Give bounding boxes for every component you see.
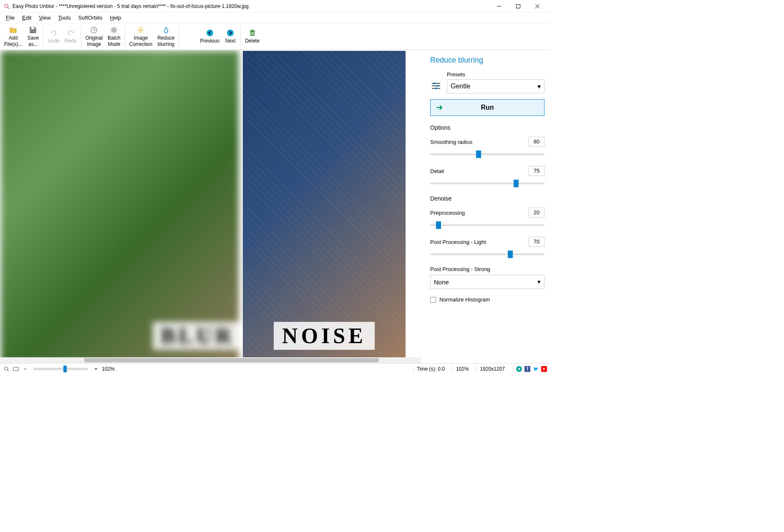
smoothing-value[interactable]: 80 — [529, 137, 545, 147]
svg-point-24 — [5, 367, 8, 370]
previous-button[interactable]: Previous — [198, 24, 222, 49]
postprocessing-light-label: Post Processing - Light — [430, 239, 486, 245]
chevron-down-icon: ▾ — [537, 83, 541, 90]
reduce-blurring-button[interactable]: Reduce blurring — [155, 24, 177, 49]
gear-icon — [110, 26, 118, 34]
menubar: File Edit View Tools SoftOrbits Help — [0, 13, 550, 23]
preprocessing-label: Preprocessing — [430, 210, 465, 216]
svg-point-9 — [139, 29, 142, 31]
menu-tools[interactable]: Tools — [55, 14, 74, 22]
toolbar: Add File(s)... Saveas... Undo Redo Origi… — [0, 23, 550, 50]
svg-point-10 — [207, 30, 213, 36]
svg-rect-13 — [250, 30, 255, 31]
add-files-button[interactable]: Add File(s)... — [2, 24, 25, 49]
brightness-icon — [136, 26, 145, 34]
normalize-histogram-checkbox[interactable]: Normalize Histogram — [430, 296, 545, 303]
previous-icon — [206, 29, 214, 37]
arrow-right-icon — [436, 103, 444, 112]
close-button[interactable] — [528, 0, 547, 13]
blur-label: BLUR — [153, 322, 239, 350]
postprocessing-strong-label: Post Processing - Strong — [430, 266, 545, 272]
softorbits-link-icon[interactable]: ● — [516, 366, 522, 372]
original-image-button[interactable]: Original Image — [83, 24, 105, 49]
noise-label: NOISE — [274, 322, 375, 350]
menu-softorbits[interactable]: SoftOrbits — [75, 14, 106, 22]
redo-icon — [66, 29, 75, 37]
app-icon — [3, 3, 10, 10]
svg-point-8 — [113, 29, 115, 31]
zoom-percent: 102% — [102, 366, 115, 372]
processing-time: Time (s): 0.0 — [413, 366, 448, 372]
svg-line-25 — [8, 370, 9, 371]
next-icon — [226, 29, 234, 37]
denoise-label: Denoise — [430, 195, 545, 202]
next-button[interactable]: Next — [222, 24, 239, 49]
image-dimensions: 1920x1207 — [476, 366, 508, 372]
undo-icon — [50, 29, 58, 37]
twitter-icon[interactable] — [533, 366, 539, 372]
minimize-button[interactable] — [489, 0, 509, 13]
titlebar: Easy Photo Unblur - ****Unregistered ver… — [0, 0, 550, 13]
run-button[interactable]: Run — [430, 99, 545, 116]
youtube-icon[interactable] — [541, 366, 547, 372]
window-title: Easy Photo Unblur - ****Unregistered ver… — [13, 3, 489, 9]
horizontal-scrollbar[interactable] — [0, 357, 421, 363]
svg-rect-14 — [252, 30, 253, 30]
svg-rect-26 — [13, 367, 18, 371]
presets-label: Presets — [447, 71, 545, 78]
zoom-slider[interactable] — [33, 368, 88, 370]
svg-point-11 — [227, 30, 234, 36]
svg-rect-3 — [517, 4, 520, 8]
zoom-actual-icon[interactable] — [3, 366, 10, 372]
zoom-level-status: 102% — [452, 366, 472, 372]
svg-line-1 — [8, 7, 9, 9]
save-icon — [29, 26, 37, 34]
menu-view[interactable]: View — [35, 14, 54, 22]
detail-value[interactable]: 75 — [529, 166, 545, 176]
folder-open-icon — [9, 26, 18, 34]
detail-label: Detail — [430, 168, 444, 174]
detail-slider[interactable] — [430, 179, 545, 188]
maximize-button[interactable] — [509, 0, 528, 13]
undo-button: Undo — [45, 24, 62, 49]
zoom-fit-icon[interactable] — [13, 366, 19, 372]
zoom-in-icon[interactable]: + — [93, 366, 99, 372]
image-canvas[interactable]: BLUR NOISE — [0, 50, 421, 363]
zoom-out-icon[interactable]: − — [22, 366, 28, 372]
facebook-icon[interactable]: f — [524, 366, 530, 372]
chevron-down-icon: ▾ — [537, 278, 541, 286]
save-as-button[interactable]: Saveas... — [25, 24, 41, 49]
sliders-icon — [430, 80, 442, 92]
options-label: Options — [430, 124, 545, 131]
postprocessing-strong-dropdown[interactable]: None ▾ — [430, 275, 545, 289]
batch-mode-button[interactable]: Batch Mode — [105, 24, 123, 49]
svg-rect-19 — [434, 83, 435, 84]
original-icon — [90, 26, 98, 34]
right-image-preview: NOISE — [243, 51, 406, 362]
menu-edit[interactable]: Edit — [19, 14, 35, 22]
image-correction-button[interactable]: Image Correction — [127, 24, 155, 49]
menu-help[interactable]: Help — [106, 14, 124, 22]
smoothing-label: Smoothing radius — [430, 139, 472, 145]
sidebar-panel: Reduce blurring Presets Gentle ▾ Run Opt… — [421, 50, 550, 363]
svg-point-0 — [5, 4, 8, 8]
svg-rect-6 — [31, 27, 34, 29]
droplet-icon — [162, 26, 170, 34]
preprocessing-value[interactable]: 20 — [529, 208, 545, 218]
preset-dropdown[interactable]: Gentle ▾ — [447, 79, 545, 93]
panel-title: Reduce blurring — [430, 56, 545, 65]
delete-button[interactable]: Delete — [242, 24, 262, 49]
redo-button: Redo — [62, 24, 79, 49]
svg-rect-21 — [437, 85, 439, 87]
checkbox-icon — [430, 297, 436, 303]
trash-icon — [248, 29, 257, 37]
statusbar: − + 102% Time (s): 0.0 102% 1920x1207 ● … — [0, 363, 550, 374]
menu-file[interactable]: File — [3, 14, 18, 22]
preprocessing-slider[interactable] — [430, 221, 545, 229]
postprocessing-light-value[interactable]: 70 — [529, 237, 545, 247]
smoothing-slider[interactable] — [430, 150, 545, 158]
svg-rect-23 — [435, 88, 437, 89]
left-image-preview: BLUR — [1, 51, 239, 362]
postprocessing-light-slider[interactable] — [430, 250, 545, 258]
